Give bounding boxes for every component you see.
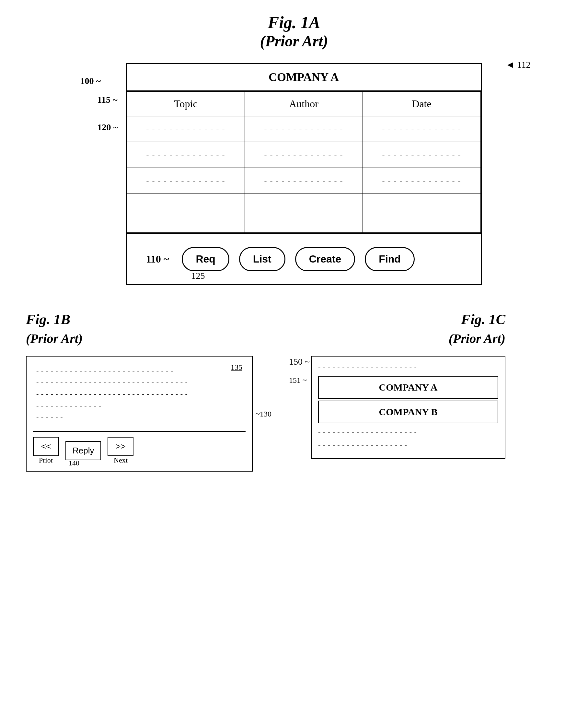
content-line-5: - - - - - - <box>36 413 242 421</box>
row3-date: - - - - - - - - - - - - - - <box>363 168 481 194</box>
fig1a-title: Fig. 1A <box>26 13 562 32</box>
label-112: ◄ 112 <box>506 60 531 70</box>
fig1c-bottom-dashes-2: - - - - - - - - - - - - - - - - - - - <box>318 441 498 449</box>
content-line-2: - - - - - - - - - - - - - - - - - - - - … <box>36 378 242 386</box>
company-a-header: COMPANY A <box>127 64 481 92</box>
company-a-box: COMPANY A <box>318 376 498 399</box>
table-row-empty <box>127 194 481 233</box>
create-button[interactable]: Create <box>295 247 355 271</box>
fig1a-title-area: Fig. 1A (Prior Art) <box>26 13 562 50</box>
table-header-row: Topic Author Date <box>127 92 481 116</box>
row1-author: - - - - - - - - - - - - - - <box>245 116 363 142</box>
fig1c-subtitle: (Prior Art) <box>311 331 505 346</box>
label-151: 151 ~ <box>289 376 307 385</box>
label-125: 125 <box>191 271 205 281</box>
fig1b-content: - - - - - - - - - - - - - - - - - - - - … <box>33 363 246 428</box>
reply-group: Reply 140 <box>65 441 101 460</box>
fig1c-title: Fig. 1C <box>311 311 505 328</box>
row3-topic: - - - - - - - - - - - - - - <box>127 168 245 194</box>
label-130: ~130 <box>256 409 272 418</box>
row2-date: - - - - - - - - - - - - - - <box>363 142 481 168</box>
row3-author: - - - - - - - - - - - - - - <box>245 168 363 194</box>
row2-author: - - - - - - - - - - - - - - <box>245 142 363 168</box>
content-line-3: - - - - - - - - - - - - - - - - - - - - … <box>36 389 242 398</box>
table-row: - - - - - - - - - - - - - - - - - - - - … <box>127 116 481 142</box>
fig1a-container: 100 ~ COMPANY A 115 ~ 120 ~ Topic Author… <box>100 63 488 285</box>
main-window: COMPANY A 115 ~ 120 ~ Topic Author Date <box>126 63 482 285</box>
fig1b-title: Fig. 1B <box>26 311 253 328</box>
empty-date <box>363 194 481 233</box>
button-area: 110 ~ Req List Create Find 125 <box>127 233 481 284</box>
fig1b-area: Fig. 1B (Prior Art) 135 ~130 - - - - - -… <box>26 311 253 471</box>
data-table: Topic Author Date - - - - - - - - - - - … <box>127 92 481 233</box>
prior-label: Prior <box>39 456 53 464</box>
next-label: Next <box>114 456 128 464</box>
fig1c-bottom-dashes-1: - - - - - - - - - - - - - - - - - - - - … <box>318 428 498 436</box>
fig1c-area: Fig. 1C (Prior Art) 150 ~ 151 ~ - - - - … <box>311 311 505 459</box>
reply-button[interactable]: Reply <box>65 441 101 460</box>
label-120: 120 ~ <box>98 122 118 133</box>
next-button[interactable]: >> <box>108 437 133 456</box>
content-line-1: - - - - - - - - - - - - - - - - - - - - … <box>36 366 242 375</box>
row2-topic: - - - - - - - - - - - - - - <box>127 142 245 168</box>
table-row: - - - - - - - - - - - - - - - - - - - - … <box>127 168 481 194</box>
row1-topic: - - - - - - - - - - - - - - <box>127 116 245 142</box>
col-date: Date <box>363 92 481 116</box>
label-140: 140 <box>69 459 79 467</box>
empty-topic <box>127 194 245 233</box>
fig1b-subtitle: (Prior Art) <box>26 331 253 346</box>
fig1b-nav: << Prior Reply 140 >> Next <box>33 431 246 464</box>
company-b-box: COMPANY B <box>318 401 498 423</box>
label-150: 150 ~ <box>289 357 310 367</box>
col-author: Author <box>245 92 363 116</box>
label-135: 135 <box>231 363 242 372</box>
req-button[interactable]: Req <box>182 247 229 271</box>
label-115: 115 ~ <box>98 95 118 105</box>
next-group: >> Next <box>108 437 133 464</box>
label-100: 100 ~ <box>80 76 101 86</box>
prior-group: << Prior <box>33 437 59 464</box>
fig1b-box: 135 ~130 - - - - - - - - - - - - - - - -… <box>26 356 253 471</box>
row1-date: - - - - - - - - - - - - - - <box>363 116 481 142</box>
fig1a-subtitle: (Prior Art) <box>26 32 562 50</box>
empty-author <box>245 194 363 233</box>
table-row: - - - - - - - - - - - - - - - - - - - - … <box>127 142 481 168</box>
table-wrapper: 115 ~ 120 ~ Topic Author Date - - - - - … <box>127 92 481 233</box>
col-topic: Topic <box>127 92 245 116</box>
label-110: 110 ~ <box>146 253 169 265</box>
content-line-4: - - - - - - - - - - - - - - <box>36 401 242 410</box>
find-button[interactable]: Find <box>365 247 415 271</box>
fig1c-box: 150 ~ 151 ~ - - - - - - - - - - - - - - … <box>311 356 505 459</box>
prior-button[interactable]: << <box>33 437 59 456</box>
list-button[interactable]: List <box>239 247 286 271</box>
bottom-section: Fig. 1B (Prior Art) 135 ~130 - - - - - -… <box>26 311 562 471</box>
fig1c-top-dashes: - - - - - - - - - - - - - - - - - - - - … <box>318 363 498 371</box>
